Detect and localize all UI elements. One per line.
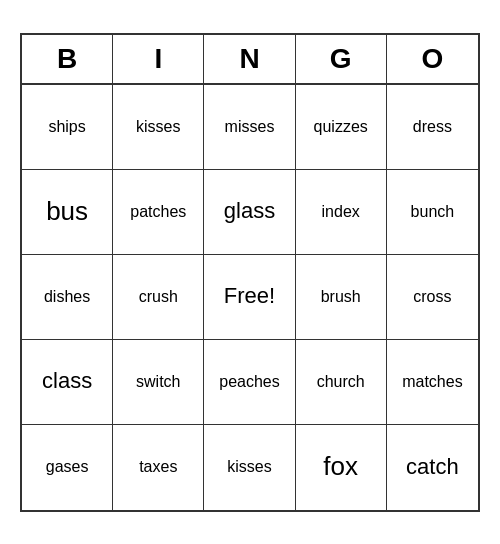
header-letter: N	[204, 35, 295, 83]
bingo-cell: gases	[22, 425, 113, 510]
header-letter: O	[387, 35, 478, 83]
bingo-cell: patches	[113, 170, 204, 255]
bingo-cell: church	[296, 340, 387, 425]
header-letter: I	[113, 35, 204, 83]
cell-text: kisses	[227, 457, 271, 476]
cell-text: misses	[225, 117, 275, 136]
cell-text: cross	[413, 287, 451, 306]
bingo-card: BINGO shipskissesmissesquizzesdressbuspa…	[20, 33, 480, 512]
bingo-header: BINGO	[22, 35, 478, 85]
cell-text: dress	[413, 117, 452, 136]
bingo-cell: dress	[387, 85, 478, 170]
cell-text: catch	[406, 454, 459, 480]
cell-text: bus	[46, 196, 88, 227]
cell-text: church	[317, 372, 365, 391]
cell-text: class	[42, 368, 92, 394]
cell-text: crush	[139, 287, 178, 306]
cell-text: ships	[48, 117, 85, 136]
cell-text: matches	[402, 372, 462, 391]
bingo-cell: peaches	[204, 340, 295, 425]
bingo-cell: cross	[387, 255, 478, 340]
bingo-cell: index	[296, 170, 387, 255]
bingo-cell: kisses	[113, 85, 204, 170]
bingo-grid: shipskissesmissesquizzesdressbuspatchesg…	[22, 85, 478, 510]
cell-text: gases	[46, 457, 89, 476]
bingo-cell: misses	[204, 85, 295, 170]
cell-text: quizzes	[314, 117, 368, 136]
cell-text: glass	[224, 198, 275, 224]
cell-text: taxes	[139, 457, 177, 476]
cell-text: index	[322, 202, 360, 221]
bingo-cell: matches	[387, 340, 478, 425]
bingo-cell: crush	[113, 255, 204, 340]
bingo-cell: class	[22, 340, 113, 425]
bingo-cell: bunch	[387, 170, 478, 255]
bingo-cell: bus	[22, 170, 113, 255]
bingo-cell: brush	[296, 255, 387, 340]
bingo-cell: catch	[387, 425, 478, 510]
bingo-cell: kisses	[204, 425, 295, 510]
cell-text: fox	[323, 451, 358, 482]
header-letter: G	[296, 35, 387, 83]
cell-text: bunch	[411, 202, 455, 221]
bingo-cell: quizzes	[296, 85, 387, 170]
bingo-cell: switch	[113, 340, 204, 425]
bingo-cell: ships	[22, 85, 113, 170]
cell-text: kisses	[136, 117, 180, 136]
bingo-cell: dishes	[22, 255, 113, 340]
bingo-cell: Free!	[204, 255, 295, 340]
cell-text: patches	[130, 202, 186, 221]
bingo-cell: taxes	[113, 425, 204, 510]
cell-text: peaches	[219, 372, 280, 391]
bingo-cell: fox	[296, 425, 387, 510]
cell-text: dishes	[44, 287, 90, 306]
header-letter: B	[22, 35, 113, 83]
bingo-cell: glass	[204, 170, 295, 255]
cell-text: brush	[321, 287, 361, 306]
cell-text: Free!	[224, 283, 275, 309]
cell-text: switch	[136, 372, 180, 391]
